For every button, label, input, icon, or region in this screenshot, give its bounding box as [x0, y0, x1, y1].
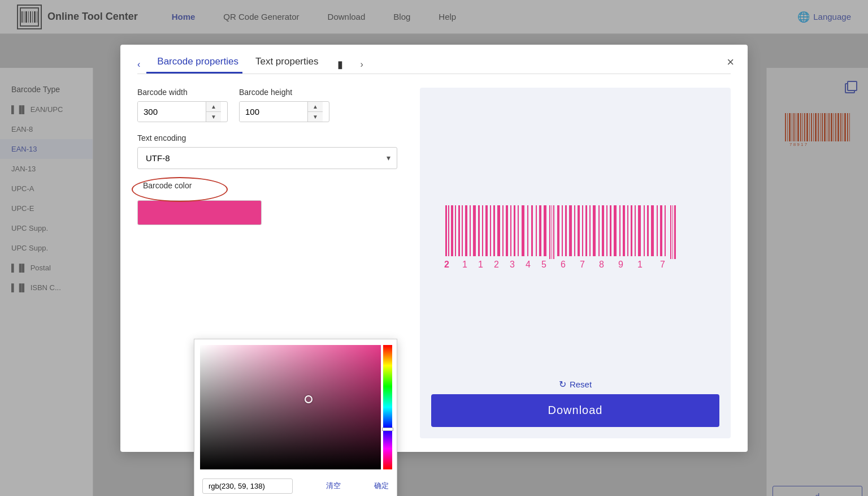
modal-overlay: ‹ Barcode properties Text properties ▮ ›… — [0, 0, 868, 496]
width-decrement[interactable]: ▼ — [206, 112, 221, 122]
color-picker-confirm-button[interactable]: 确定 — [374, 481, 389, 491]
svg-rect-77 — [582, 205, 583, 256]
preview-area: 2 1 1 2 3 4 5 6 7 8 9 1 7 — [420, 88, 731, 438]
svg-rect-45 — [455, 205, 456, 256]
color-label: Barcode color — [143, 181, 192, 190]
svg-rect-48 — [465, 205, 467, 256]
color-picker-bottom: 清空 确定 — [194, 475, 397, 497]
svg-rect-63 — [527, 205, 528, 256]
color-area: Barcode color — [137, 180, 403, 225]
reset-button[interactable]: ↻ Reset — [554, 374, 596, 394]
svg-text:1: 1 — [462, 260, 467, 269]
modal-close-button[interactable]: × — [727, 55, 734, 70]
svg-rect-89 — [631, 205, 632, 256]
svg-rect-47 — [462, 205, 463, 256]
height-input[interactable] — [240, 102, 307, 122]
gradient-dark-overlay — [200, 345, 381, 469]
svg-rect-59 — [510, 205, 511, 256]
hue-strip[interactable] — [383, 345, 392, 469]
svg-rect-93 — [647, 205, 649, 256]
svg-rect-81 — [598, 205, 600, 256]
svg-rect-82 — [602, 205, 604, 256]
svg-rect-83 — [606, 205, 607, 256]
svg-rect-70 — [553, 205, 554, 259]
svg-rect-51 — [478, 205, 480, 256]
svg-rect-97 — [665, 205, 666, 256]
svg-rect-68 — [549, 205, 550, 259]
encoding-group: Text encoding UTF-8 ASCII ISO-8859-1 ▾ — [137, 133, 403, 169]
color-picker-clear-button[interactable]: 清空 — [326, 481, 341, 491]
svg-rect-69 — [552, 205, 552, 259]
svg-rect-75 — [574, 205, 575, 256]
width-spinner: ▲ ▼ — [206, 102, 221, 122]
color-swatch[interactable] — [137, 200, 262, 225]
download-button[interactable]: Download — [431, 394, 719, 427]
svg-rect-78 — [585, 205, 587, 256]
svg-text:7: 7 — [660, 260, 665, 269]
encoding-label: Text encoding — [137, 133, 403, 143]
svg-rect-87 — [623, 205, 625, 256]
svg-rect-94 — [651, 205, 654, 256]
svg-rect-57 — [502, 205, 504, 256]
svg-rect-86 — [619, 205, 620, 256]
svg-rect-85 — [614, 205, 617, 256]
svg-rect-65 — [536, 205, 537, 256]
svg-text:8: 8 — [599, 260, 604, 269]
svg-rect-98 — [670, 205, 671, 259]
svg-rect-84 — [610, 205, 611, 256]
reset-icon: ↻ — [559, 379, 566, 390]
barcode-image: 2 1 1 2 3 4 5 6 7 8 9 1 7 — [440, 205, 711, 273]
width-increment[interactable]: ▲ — [206, 102, 221, 112]
width-input-wrapper: ▲ ▼ — [137, 101, 228, 122]
svg-rect-58 — [506, 205, 508, 256]
height-group: Barcode height ▲ ▼ — [239, 88, 329, 122]
color-value-input[interactable] — [202, 478, 293, 494]
hue-thumb — [382, 428, 393, 431]
tab-active-underline — [146, 72, 242, 74]
modal: ‹ Barcode properties Text properties ▮ ›… — [120, 45, 748, 452]
svg-text:2: 2 — [494, 260, 499, 269]
tab-barcode-properties[interactable]: Barcode properties — [157, 56, 238, 74]
svg-rect-64 — [531, 205, 533, 256]
left-arrow-icon: ‹ — [137, 59, 140, 70]
svg-rect-46 — [458, 205, 460, 256]
height-decrement[interactable]: ▼ — [308, 112, 323, 122]
svg-rect-53 — [485, 205, 488, 256]
svg-rect-56 — [497, 205, 500, 256]
height-input-wrapper: ▲ ▼ — [239, 101, 329, 122]
svg-text:3: 3 — [510, 260, 515, 269]
svg-rect-44 — [451, 205, 453, 256]
height-increment[interactable]: ▲ — [308, 102, 323, 112]
svg-rect-60 — [514, 205, 515, 256]
svg-rect-73 — [565, 205, 567, 256]
svg-rect-92 — [644, 205, 645, 256]
dimensions-row: Barcode width ▲ ▼ Barcode height — [137, 88, 403, 122]
svg-rect-90 — [635, 205, 636, 256]
svg-rect-50 — [473, 205, 476, 256]
svg-rect-74 — [569, 205, 572, 256]
svg-rect-91 — [638, 205, 641, 256]
svg-rect-72 — [562, 205, 563, 256]
height-spinner: ▲ ▼ — [307, 102, 323, 122]
color-gradient[interactable] — [200, 345, 381, 469]
svg-rect-80 — [593, 205, 596, 256]
svg-rect-96 — [660, 205, 662, 256]
cursor-icon: ▮ — [337, 58, 343, 71]
width-input[interactable] — [138, 102, 206, 122]
svg-text:2: 2 — [444, 260, 449, 269]
svg-text:1: 1 — [478, 260, 483, 269]
right-arrow-icon: › — [360, 59, 363, 70]
encoding-select[interactable]: UTF-8 ASCII ISO-8859-1 — [137, 147, 397, 169]
svg-text:1: 1 — [637, 260, 643, 269]
svg-rect-76 — [578, 205, 580, 256]
svg-rect-49 — [470, 205, 471, 256]
width-group: Barcode width ▲ ▼ — [137, 88, 228, 122]
svg-rect-95 — [657, 205, 658, 256]
svg-rect-54 — [490, 205, 491, 256]
svg-rect-100 — [674, 205, 676, 259]
svg-rect-79 — [589, 205, 591, 256]
encoding-select-wrapper: UTF-8 ASCII ISO-8859-1 ▾ — [137, 147, 397, 169]
tab-text-properties[interactable]: Text properties — [255, 56, 319, 74]
svg-text:7: 7 — [580, 260, 585, 269]
svg-rect-99 — [672, 205, 673, 259]
